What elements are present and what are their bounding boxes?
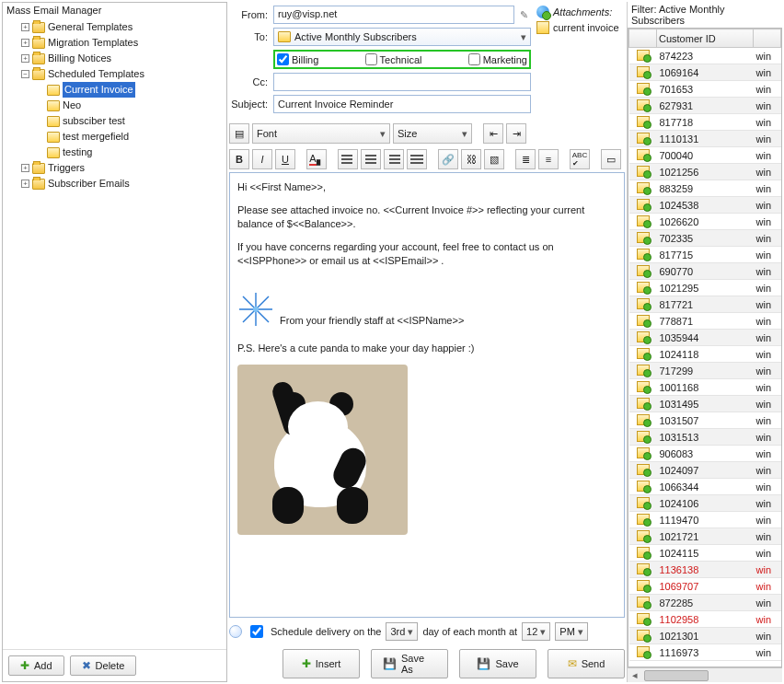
scroll-thumb[interactable]	[644, 670, 709, 681]
table-row[interactable]: 817721win	[629, 296, 781, 313]
italic-button[interactable]: I	[252, 149, 272, 169]
grid-col-customer-id[interactable]: Customer ID	[657, 29, 754, 48]
table-row[interactable]: 690770win	[629, 263, 781, 280]
font-select[interactable]: Font▾	[252, 123, 390, 144]
bold-button[interactable]: B	[229, 149, 249, 169]
scroll-left-icon[interactable]: ◂	[628, 669, 642, 681]
tree-node-label[interactable]: General Templates	[48, 19, 133, 35]
table-row[interactable]: 1102958win	[629, 611, 781, 628]
schedule-day-select[interactable]: 3rd▾	[386, 622, 418, 641]
send-button[interactable]: ✉Send	[548, 649, 625, 678]
tree-node-label[interactable]: Billing Notices	[48, 51, 111, 66]
unlink-button[interactable]: ⛓	[461, 149, 481, 169]
table-row[interactable]: 1021301win	[629, 628, 781, 644]
table-row[interactable]: 1024106win	[629, 495, 781, 512]
font-color-button[interactable]: A▖	[306, 149, 327, 169]
tree-node-label[interactable]: Subscriber Emails	[48, 176, 130, 191]
table-row[interactable]: 1024097win	[629, 462, 781, 479]
align-left-button[interactable]	[338, 149, 358, 169]
table-row[interactable]: 1024118win	[629, 346, 781, 363]
technical-checkbox[interactable]: Technical	[365, 53, 422, 65]
table-row[interactable]: 1026620win	[629, 214, 781, 230]
grid-col-2[interactable]	[754, 29, 781, 48]
cc-field[interactable]	[273, 73, 531, 91]
table-row[interactable]: 1001168win	[629, 379, 781, 396]
add-button[interactable]: ✚Add	[8, 655, 64, 676]
table-row[interactable]: 1119470win	[629, 512, 781, 528]
tree-toggle[interactable]: +	[21, 23, 29, 31]
clear-format-button[interactable]: ▭	[601, 149, 621, 169]
delete-button[interactable]: ✖Delete	[70, 655, 137, 676]
tree-node-label[interactable]: Current Invoice	[63, 82, 135, 98]
tree-node-label[interactable]: Triggers	[48, 160, 85, 176]
align-right-button[interactable]	[384, 149, 404, 169]
toggle-source-button[interactable]: ▤	[229, 123, 249, 144]
grid-col-icon[interactable]	[629, 29, 657, 48]
tree-toggle[interactable]: −	[21, 70, 29, 78]
grid-h-scrollbar[interactable]: ◂	[628, 667, 782, 682]
table-row[interactable]: 1031513win	[629, 429, 781, 446]
edit-from-icon[interactable]: ✎	[516, 9, 531, 21]
table-row[interactable]: 1024538win	[629, 197, 781, 214]
tree-node-label[interactable]: Scheduled Templates	[48, 66, 144, 82]
table-row[interactable]: 1035944win	[629, 330, 781, 346]
outdent-button[interactable]: ⇤	[483, 123, 503, 144]
save-as-button[interactable]: 💾Save As	[371, 649, 448, 678]
spellcheck-button[interactable]: ABC✔	[570, 149, 590, 169]
table-row[interactable]: 1066344win	[629, 479, 781, 495]
email-body-editor[interactable]: Hi <<First Name>>, Please see attached i…	[229, 172, 625, 618]
table-row[interactable]: 906083win	[629, 446, 781, 462]
tree-node-label[interactable]: subsciber test	[63, 113, 125, 129]
tree-toggle[interactable]: +	[21, 164, 29, 172]
tree-toggle[interactable]: +	[21, 180, 29, 188]
image-button[interactable]: ▧	[484, 149, 504, 169]
align-justify-button[interactable]	[407, 149, 427, 169]
table-row[interactable]: 1069164win	[629, 64, 781, 81]
table-row[interactable]: 1024115win	[629, 545, 781, 562]
tree-node-label[interactable]: testing	[63, 145, 92, 160]
schedule-hour-select[interactable]: 12▾	[522, 622, 550, 641]
from-field[interactable]: ruy@visp.net	[273, 6, 514, 24]
align-center-button[interactable]	[361, 149, 381, 169]
attachment-item[interactable]: current invoice	[536, 21, 625, 34]
number-list-button[interactable]: ≡	[538, 149, 559, 169]
table-row[interactable]: 817718win	[629, 114, 781, 131]
table-row[interactable]: 874223win	[629, 48, 781, 64]
tree-node-label[interactable]: Neo	[63, 98, 81, 113]
table-row[interactable]: 1116973win	[629, 644, 781, 661]
tree-node-label[interactable]: Migration Templates	[48, 35, 138, 51]
table-row[interactable]: 1021295win	[629, 280, 781, 296]
marketing-checkbox[interactable]: Marketing	[468, 53, 527, 65]
table-row[interactable]: 883259win	[629, 180, 781, 197]
size-select[interactable]: Size▾	[393, 123, 472, 144]
link-button[interactable]: 🔗	[438, 149, 458, 169]
schedule-ampm-select[interactable]: PM▾	[555, 622, 588, 641]
underline-button[interactable]: U	[275, 149, 295, 169]
schedule-checkbox[interactable]	[250, 625, 263, 638]
save-button[interactable]: 💾Save	[459, 649, 536, 678]
tree-toggle[interactable]: +	[21, 39, 29, 47]
table-row[interactable]: 872285win	[629, 595, 781, 611]
bullet-list-button[interactable]: ≣	[515, 149, 536, 169]
table-row[interactable]: 701653win	[629, 81, 781, 98]
table-row[interactable]: 1031495win	[629, 396, 781, 412]
table-row[interactable]: 1069707win	[629, 578, 781, 595]
table-row[interactable]: 700040win	[629, 147, 781, 164]
table-row[interactable]: 1021721win	[629, 528, 781, 545]
tree-toggle[interactable]: +	[21, 54, 29, 63]
to-select[interactable]: Active Monthly Subscribers ▾	[273, 28, 531, 46]
table-row[interactable]: 778871win	[629, 313, 781, 330]
table-row[interactable]: 627931win	[629, 98, 781, 114]
table-row[interactable]: 1021256win	[629, 164, 781, 180]
indent-button[interactable]: ⇥	[506, 123, 526, 144]
table-row[interactable]: 702335win	[629, 230, 781, 247]
table-row[interactable]: 1031507win	[629, 412, 781, 429]
table-row[interactable]: 1136138win	[629, 562, 781, 578]
table-row[interactable]: 717299win	[629, 363, 781, 379]
subject-field[interactable]	[273, 95, 531, 113]
table-row[interactable]: 817715win	[629, 247, 781, 263]
billing-checkbox[interactable]: Billing	[277, 53, 318, 65]
table-row[interactable]: 1110131win	[629, 131, 781, 147]
insert-button[interactable]: ✚Insert	[282, 649, 360, 678]
tree-node-label[interactable]: test mergefield	[63, 129, 129, 145]
